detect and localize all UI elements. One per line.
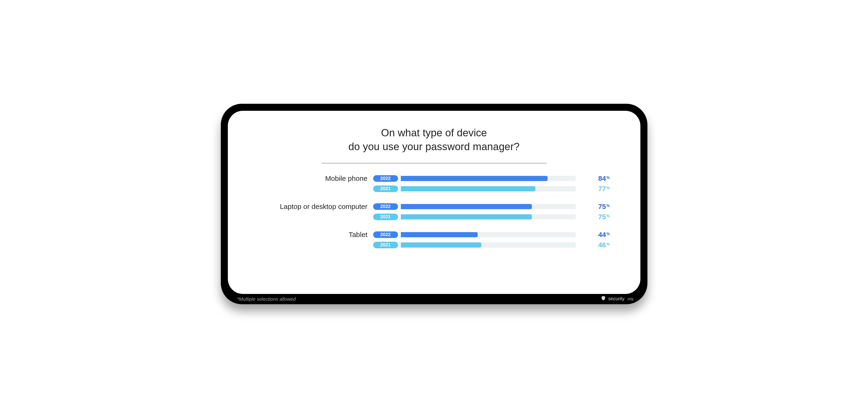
bar-row: Mobile phone202284% [258,174,610,182]
series-year-pill: 2021 [373,214,398,220]
value-label: 46% [580,241,610,249]
category-label: Tablet [258,231,369,239]
bar-fill [401,204,532,209]
bar-track-wrap: 2022 [373,231,576,238]
bar-row: 202146% [258,241,610,249]
series-year-pill: 2021 [373,242,398,248]
bar-track [401,242,576,247]
value-number: 84 [598,174,606,182]
source-suffix: .org [627,297,633,301]
bar-row: Tablet202244% [258,231,610,239]
category-group: Laptop or desktop computer202275%202175% [258,203,610,221]
bar-fill [401,186,535,191]
bar-track-wrap: 2022 [373,175,576,182]
value-label: 75% [580,213,610,221]
bar-row: 202177% [258,185,610,193]
bar-fill [401,176,548,181]
value-number: 44 [598,231,606,239]
chart-frame: On what type of device do you use your p… [221,104,647,304]
title-divider [321,163,547,163]
series-year-pill: 2021 [373,185,398,192]
bar-fill [401,214,532,219]
value-label: 77% [580,185,610,193]
bar-track [401,176,576,181]
series-year-pill: 2022 [373,231,398,238]
value-number: 46 [598,241,606,249]
category-group: Tablet202244%202146% [258,231,610,249]
value-label: 44% [580,231,610,239]
bar-row: 202175% [258,213,610,221]
chart-rows: Mobile phone202284%202177%Laptop or desk… [258,174,610,249]
bar-track-wrap: 2022 [373,203,576,210]
footnote: *Multiple selections allowed [237,297,296,302]
bar-track [401,186,576,191]
series-year-pill: 2022 [373,175,398,182]
bar-fill [401,242,481,247]
bar-track-wrap: 2021 [373,214,576,220]
bar-track-wrap: 2021 [373,185,576,192]
chart-card: On what type of device do you use your p… [228,111,641,294]
value-unit: % [607,176,610,180]
bar-track [401,232,576,237]
value-unit: % [607,186,610,190]
value-number: 77 [598,185,606,193]
value-unit: % [607,204,610,208]
value-number: 75 [598,203,606,210]
chart-title: On what type of device do you use your p… [258,126,610,154]
value-label: 84% [580,174,610,182]
series-year-pill: 2022 [373,203,398,210]
value-unit: % [607,232,610,236]
value-unit: % [607,214,610,218]
bar-track-wrap: 2021 [373,242,576,248]
chart-title-line-1: On what type of device [381,127,487,138]
shield-icon [601,296,606,302]
bar-row: Laptop or desktop computer202275% [258,203,610,210]
value-label: 75% [580,203,610,210]
value-number: 75 [598,213,606,221]
bar-track [401,214,576,219]
value-unit: % [607,242,610,246]
source-name: security [608,296,624,301]
category-group: Mobile phone202284%202177% [258,174,610,193]
bar-fill [401,232,478,237]
bar-track [401,204,576,209]
chart-title-line-2: do you use your password manager? [348,141,520,152]
source-brand: security .org [601,296,633,302]
category-label: Mobile phone [258,174,369,182]
category-label: Laptop or desktop computer [258,203,369,210]
